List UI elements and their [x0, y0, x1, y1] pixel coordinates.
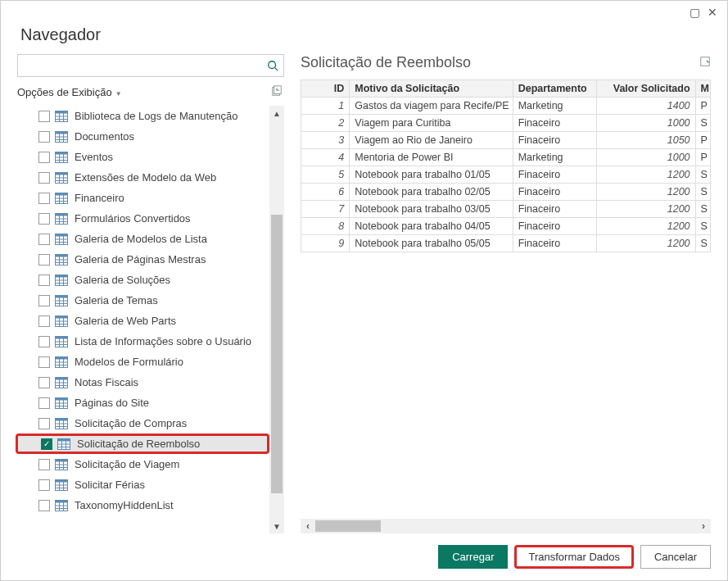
svg-rect-35 [56, 213, 68, 216]
preview-options-icon[interactable] [699, 56, 711, 70]
tree-item[interactable]: Modelos de Formulário [16, 352, 269, 372]
table-icon [55, 336, 68, 347]
table-row[interactable]: 3Viagem ao Rio de JaneiroFinaceiro1050P [301, 132, 711, 149]
tree-item[interactable]: Biblioteca de Logs de Manutenção [16, 106, 269, 126]
tree-item[interactable]: Formulários Convertidos [16, 208, 269, 229]
tree-item-label: Solicitar Férias [75, 479, 145, 491]
cell-id: 1 [301, 98, 350, 115]
tree-item[interactable]: Documentos [16, 126, 269, 147]
vertical-scrollbar[interactable]: ▲ ▼ [269, 106, 284, 533]
scroll-thumb[interactable] [271, 215, 283, 493]
cell-id: 8 [301, 218, 350, 235]
hscroll-track[interactable] [315, 520, 696, 532]
cell-id: 4 [301, 149, 350, 166]
table-row[interactable]: 1Gastos da viagem para Recife/PEMarketin… [301, 98, 711, 115]
tree-checkbox[interactable] [38, 254, 50, 266]
tree-checkbox[interactable] [38, 131, 50, 143]
tree-item[interactable]: Solicitar Férias [16, 474, 269, 495]
tree-checkbox[interactable] [38, 377, 50, 388]
display-options[interactable]: Opções de Exibição▼ [16, 85, 284, 99]
tree-checkbox[interactable] [38, 418, 50, 429]
tree-checkbox[interactable] [38, 397, 50, 409]
tree-checkbox[interactable] [38, 459, 50, 470]
tree-checkbox[interactable] [38, 193, 50, 204]
tree-checkbox[interactable] [38, 295, 50, 306]
cell-id: 2 [301, 115, 350, 132]
tree-item-label: Lista de Informações sobre o Usuário [75, 335, 251, 347]
table-row[interactable]: 9Notebook para trabalho 05/05Finaceiro12… [301, 235, 711, 252]
horizontal-scrollbar[interactable]: ‹ › [301, 519, 711, 533]
svg-rect-101 [58, 438, 70, 441]
table-row[interactable]: 5Notebook para trabalho 01/05Finaceiro12… [301, 166, 711, 184]
cell-motivo: Notebook para trabalho 02/05 [350, 184, 513, 201]
table-icon [55, 172, 68, 184]
scroll-up-icon[interactable]: ▲ [269, 106, 284, 120]
tree-item-label: Eventos [75, 151, 113, 163]
cell-motivo: Mentoria de Power BI [350, 149, 513, 166]
col-motivo-header[interactable]: Motivo da Solicitação [350, 80, 513, 98]
svg-rect-5 [56, 111, 68, 113]
close-icon[interactable]: ✕ [704, 4, 721, 20]
table-row[interactable]: 6Notebook para trabalho 02/05Finaceiro12… [301, 184, 711, 201]
refresh-icon[interactable] [271, 85, 283, 99]
col-m-header[interactable]: M [695, 80, 710, 98]
preview-title: Solicitação de Reembolso [301, 54, 471, 71]
scroll-right-icon[interactable]: › [696, 519, 711, 533]
carregar-button[interactable]: Carregar [438, 545, 508, 569]
tree-item[interactable]: Extensões de Modelo da Web [16, 167, 269, 188]
tree-item[interactable]: Financeiro [16, 188, 269, 208]
table-row[interactable]: 2Viagem para CuritibaFinaceiro1000S [301, 115, 711, 132]
tree-checkbox[interactable] [38, 315, 50, 327]
cell-m: P [695, 149, 710, 166]
table-row[interactable]: 7Notebook para trabalho 03/05Finaceiro12… [301, 201, 711, 218]
tree-item[interactable]: Solicitação de Viagem [16, 454, 269, 474]
cell-id: 3 [301, 132, 350, 149]
cancelar-button[interactable]: Cancelar [640, 545, 711, 569]
tree-item[interactable]: ✓Solicitação de Reembolso [16, 433, 269, 454]
table-row[interactable]: 8Notebook para trabalho 04/05Finaceiro12… [301, 218, 711, 235]
tree-checkbox[interactable] [38, 172, 50, 184]
tree-checkbox[interactable] [38, 234, 50, 245]
tree-list[interactable]: Biblioteca de Logs de ManutençãoDocument… [16, 106, 269, 533]
search-icon[interactable] [262, 60, 283, 71]
cell-dept: Finaceiro [513, 115, 596, 132]
tree-item[interactable]: Galeria de Modelos de Lista [16, 229, 269, 249]
tree-checkbox[interactable] [38, 275, 50, 286]
tree-checkbox[interactable] [38, 336, 50, 347]
tree-item[interactable]: Eventos [16, 147, 269, 167]
tree-item[interactable]: Lista de Informações sobre o Usuário [16, 331, 269, 352]
tree-item[interactable]: Galeria de Temas [16, 290, 269, 311]
tree-item[interactable]: Galeria de Soluções [16, 270, 269, 290]
col-dept-header[interactable]: Departamento [513, 80, 596, 98]
table-row[interactable]: 4Mentoria de Power BIMarketing1000P [301, 149, 711, 166]
scroll-left-icon[interactable]: ‹ [301, 519, 315, 533]
tree-checkbox[interactable] [38, 111, 50, 122]
search-input[interactable] [18, 57, 262, 75]
titlebar: ▢ ✕ [1, 1, 727, 20]
tree-item[interactable]: Páginas do Site [16, 393, 269, 413]
search-box[interactable] [17, 54, 284, 77]
hscroll-thumb[interactable] [315, 520, 381, 532]
tree-checkbox[interactable] [38, 152, 50, 163]
scroll-down-icon[interactable]: ▼ [269, 519, 284, 533]
svg-rect-113 [56, 479, 68, 482]
tree-checkbox[interactable] [38, 356, 50, 368]
tree-item-label: Galeria de Temas [75, 294, 158, 306]
col-valor-header[interactable]: Valor Solicitado [596, 80, 695, 98]
tree-item[interactable]: Solicitação de Compras [16, 413, 269, 433]
col-id-header[interactable]: ID [301, 80, 350, 98]
tree-item[interactable]: Galeria de Páginas Mestras [16, 249, 269, 270]
svg-rect-29 [56, 193, 68, 195]
tree-checkbox[interactable]: ✓ [41, 438, 52, 450]
tree-item[interactable]: Notas Fiscais [16, 372, 269, 393]
svg-rect-71 [56, 336, 68, 338]
tree-item-label: Formulários Convertidos [75, 212, 191, 225]
tree-checkbox[interactable] [38, 479, 50, 491]
cell-m: S [695, 201, 710, 218]
tree-item[interactable]: Galeria de Web Parts [16, 311, 269, 331]
tree-checkbox[interactable] [38, 500, 50, 511]
maximize-icon[interactable]: ▢ [686, 4, 703, 20]
tree-checkbox[interactable] [38, 213, 50, 225]
tree-item[interactable]: TaxonomyHiddenList [16, 495, 269, 515]
transformar-dados-button[interactable]: Transformar Dados [514, 545, 634, 569]
